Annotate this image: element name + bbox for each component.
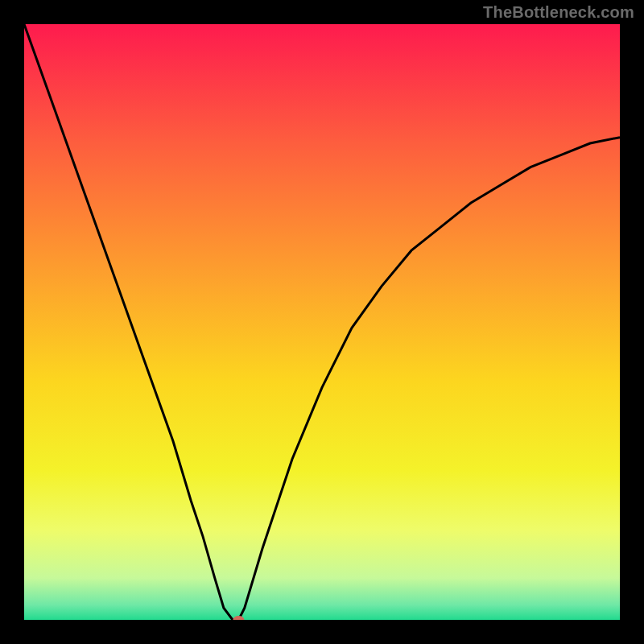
chart-svg	[24, 24, 620, 620]
gradient-background	[24, 24, 620, 620]
chart-frame: TheBottleneck.com	[0, 0, 644, 644]
watermark-label: TheBottleneck.com	[483, 3, 634, 22]
plot-area	[24, 24, 620, 620]
